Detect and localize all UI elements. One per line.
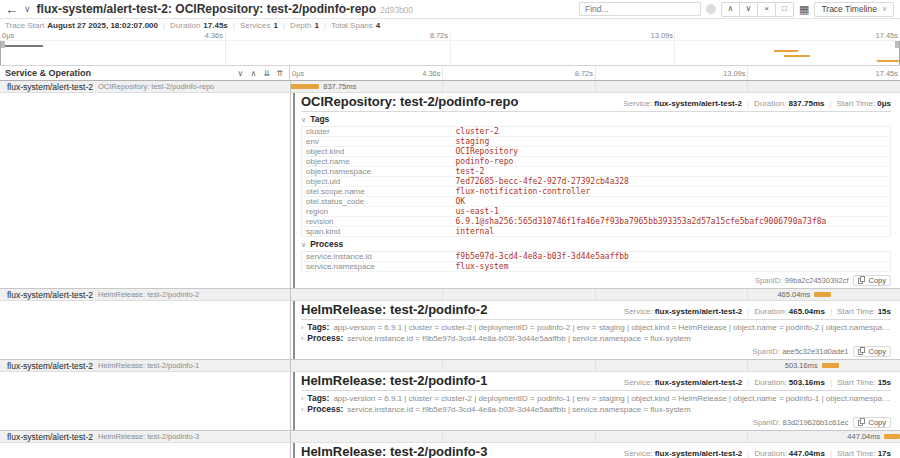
process-table: service.instance.idf9b5e97d-3cd4-4e8a-b0… — [301, 251, 891, 272]
divider — [301, 111, 891, 112]
tag-value: OCIRepository — [452, 147, 891, 157]
tags-title: Tags — [310, 115, 329, 124]
minimap-span — [0, 45, 43, 47]
column-resizer[interactable] — [290, 81, 291, 458]
expand-one-level-icon[interactable]: ∨ — [236, 69, 245, 78]
tag-row: regionus-east-1 — [302, 207, 891, 217]
span-operation-name: HelmRelease: test-2/podinfo-1 — [98, 361, 199, 370]
span-operation-name: HelmRelease: test-2/podinfo-2 — [98, 290, 199, 299]
collapse-one-level-icon[interactable]: ∧ — [249, 69, 258, 78]
span-name-cell[interactable]: flux-system/alert-test-2 OCIRepository: … — [0, 81, 290, 92]
span-name-cell[interactable]: flux-system/alert-test-2 HelmRelease: te… — [0, 360, 290, 371]
span-detail-header: OCIRepository: test-2/podinfo-repo Servi… — [301, 95, 891, 109]
minimap-left-handle[interactable] — [0, 41, 4, 65]
span-name-cell[interactable]: flux-system/alert-test-2 HelmRelease: te… — [0, 289, 290, 300]
tag-key: otel.scope.name — [302, 187, 452, 197]
alt-views-icon[interactable]: ▦ — [799, 3, 809, 16]
span-detail: HelmRelease: test-2/podinfo-1 Service:fl… — [0, 372, 900, 431]
meta-start-label: Start Time: — [837, 378, 876, 387]
chevron-down-icon: ∨ — [301, 240, 306, 249]
focus-span-button[interactable]: □ — [775, 2, 794, 17]
span-bar-cell[interactable]: 837.75ms — [290, 81, 900, 92]
span-detail-title: HelmRelease: test-2/podinfo-2 — [301, 303, 487, 317]
caret-down-icon: ∨ — [882, 5, 887, 13]
span-bar-cell[interactable]: 465.04ms — [290, 289, 900, 300]
trace-summary-bar: Trace StartAugust 27 2025, 18:02:07.000|… — [0, 19, 900, 31]
service-operation-title: Service & Operation — [5, 68, 91, 78]
process-accordian[interactable]: › Process: service.instance.id = f9b5e97… — [301, 333, 891, 344]
tag-row: clustercluster-2 — [302, 127, 891, 137]
minimap-span — [774, 50, 798, 52]
span-bar-cell[interactable]: 503.16ms — [290, 360, 900, 371]
find-input[interactable] — [579, 2, 701, 16]
next-result-button[interactable]: ∨ — [739, 2, 758, 17]
span-bar[interactable] — [814, 292, 830, 297]
meta-start-value: 0μs — [877, 99, 891, 108]
tags-accordian[interactable]: › Tags: app-version = 6.9.1 | cluster = … — [301, 322, 891, 333]
tag-row: object.uid7ed72685-becc-4fe2-927d-27392c… — [302, 177, 891, 187]
clear-search-button[interactable]: × — [757, 2, 776, 17]
process-accordian[interactable]: ∨ Process — [301, 239, 891, 250]
separator: | — [747, 99, 749, 108]
span-operation-name: HelmRelease: test-2/podinfo-3 — [98, 432, 199, 441]
meta-service-value: flux-system/alert-test-2 — [655, 307, 743, 316]
meta-service-value: flux-system/alert-test-2 — [655, 449, 743, 458]
copy-label: Copy — [868, 418, 886, 427]
span-row[interactable]: flux-system/alert-test-2 HelmRelease: te… — [0, 431, 900, 443]
span-detail-meta: Service:flux-system/alert-test-2|Duratio… — [624, 307, 891, 316]
minimap-right-handle[interactable] — [896, 41, 900, 65]
span-bar-cell[interactable]: 447.04ms — [290, 431, 900, 442]
span-detail: HelmRelease: test-2/podinfo-2 Service:fl… — [0, 301, 900, 360]
process-summary: service.instance.id = f9b5e97d-3cd4-4e8a… — [347, 405, 891, 414]
copy-spanid-button[interactable]: Copy — [853, 275, 891, 286]
process-accordian[interactable]: › Process: service.instance.id = f9b5e97… — [301, 404, 891, 415]
span-bar[interactable] — [884, 434, 900, 439]
separator: | — [747, 378, 749, 387]
trace-minimap[interactable] — [0, 40, 900, 66]
trace-title: flux-system/alert-test-2: OCIRepository:… — [37, 2, 413, 16]
meta-start-value: 17s — [878, 449, 891, 458]
process-key: service.namespace — [302, 262, 452, 272]
tags-accordian[interactable]: ∨ Tags — [301, 114, 891, 125]
spanid-value: 99ba2c24530392cf — [785, 276, 849, 285]
trace-start-value: August 27 2025, 18:02:07.000 — [47, 21, 158, 30]
span-detail: HelmRelease: test-2/podinfo-3 Service:fl… — [0, 443, 900, 458]
back-icon[interactable]: ← — [5, 3, 18, 16]
span-row[interactable]: flux-system/alert-test-2 HelmRelease: te… — [0, 360, 900, 372]
view-select-label: Trace Timeline — [821, 4, 876, 14]
ruler-tick: 13.09s — [650, 31, 673, 40]
tag-value: OK — [452, 197, 891, 207]
meta-start-value: 15s — [878, 378, 891, 387]
collapse-all-icon[interactable]: ⇈ — [275, 69, 284, 78]
expand-all-icon[interactable]: ⇊ — [262, 69, 271, 78]
tag-row: otel.status_codeOK — [302, 197, 891, 207]
depth-label: Depth — [290, 21, 311, 30]
copy-spanid-button[interactable]: Copy — [853, 417, 891, 428]
trace-timeline-select[interactable]: Trace Timeline ∨ — [814, 2, 894, 17]
spanid-label: SpanID: — [753, 418, 780, 427]
span-detail-header: HelmRelease: test-2/podinfo-2 Service:fl… — [301, 303, 891, 317]
ruler-tick: 0μs — [292, 66, 304, 81]
separator: | — [829, 99, 831, 108]
span-detail-header: HelmRelease: test-2/podinfo-1 Service:fl… — [301, 374, 891, 388]
tags-accordian[interactable]: › Tags: app-version = 6.9.1 | cluster = … — [301, 393, 891, 404]
process-title: Process: — [307, 334, 343, 343]
span-bar[interactable] — [290, 84, 319, 89]
trace-start-label: Trace Start — [5, 21, 44, 30]
timeline-ruler: 0μs 4.36s 8.72s 13.09s 17.45s — [290, 66, 900, 80]
copy-spanid-button[interactable]: Copy — [853, 346, 891, 357]
chevron-down-icon: ∨ — [301, 115, 306, 124]
tag-value: 7ed72685-becc-4fe2-927d-27392cb4a328 — [452, 177, 891, 187]
span-row[interactable]: flux-system/alert-test-2 HelmRelease: te… — [0, 289, 900, 301]
services-value: 1 — [274, 21, 278, 30]
tag-key: span.kind — [302, 227, 452, 237]
span-name-cell[interactable]: flux-system/alert-test-2 HelmRelease: te… — [0, 431, 290, 442]
span-row[interactable]: flux-system/alert-test-2 OCIRepository: … — [0, 81, 900, 93]
separator: | — [747, 307, 749, 316]
span-bar[interactable] — [822, 363, 840, 368]
collapse-trace-header-icon[interactable]: ∨ — [24, 4, 31, 14]
prev-result-button[interactable]: ∧ — [721, 2, 740, 17]
copy-icon — [858, 418, 865, 426]
tag-value: flux-notification-controller — [452, 187, 891, 197]
divider — [301, 319, 891, 320]
